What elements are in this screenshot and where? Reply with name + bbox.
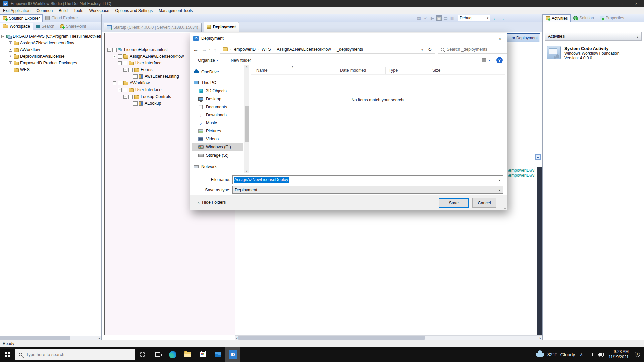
menu-options-settings[interactable]: Options and Settings [112,8,156,13]
tree-item-empowerid-product-packages[interactable]: + EmpowerID Product Packages [1,60,101,66]
tab-properties[interactable]: Properties [597,14,627,22]
dialog-close-icon[interactable]: × [493,33,507,43]
tree-item-server-root[interactable]: − DRGAUTAM-WS (C:\Program Files\TheDotNe… [1,33,101,40]
checkbox[interactable] [118,54,122,59]
expand-icon[interactable]: + [9,55,12,58]
resize-grip[interactable] [502,206,506,209]
place-storage-s[interactable]: Storage (S:) [192,151,243,159]
chevron-down-icon[interactable]: ∨ [498,188,503,192]
navigate-forward-button[interactable]: → [500,15,505,21]
hide-folders-button[interactable]: ∧ Hide Folders [197,200,226,205]
place-windows-c[interactable]: Windows (C:) [192,143,243,151]
help-icon[interactable]: ? [496,57,503,63]
tab-activities[interactable]: Activities [543,14,571,22]
navigate-back-button[interactable]: ← [493,15,498,21]
tab-search[interactable]: Search [33,23,57,30]
place-desktop[interactable]: Desktop [192,95,243,103]
network-tray-icon[interactable] [588,353,593,356]
tab-solution[interactable]: Solution [571,14,597,22]
check-icon[interactable]: ✓ [422,15,429,21]
tab-workspace[interactable]: Workspace [0,23,33,30]
scroll-left-icon[interactable]: ◂ [235,336,238,340]
scroll-right-icon[interactable]: ▸ [540,336,542,340]
cascade-windows-icon[interactable]: ▥ [449,15,456,21]
tree-item-wfs[interactable]: WFS [1,66,101,73]
column-name[interactable]: Name [256,68,267,73]
crumb-deployments[interactable]: _deployments [335,47,365,52]
expand-icon[interactable]: + [9,48,12,52]
scroll-right-icon[interactable]: ▸ [99,336,101,340]
place-downloads[interactable]: ↓Downloads [192,111,243,119]
tab-sharepoint[interactable]: SharePoint [57,23,89,30]
checkbox[interactable] [123,88,127,92]
expand-icon[interactable]: + [9,61,12,65]
place-documents[interactable]: Documents [192,103,243,111]
collapse-icon[interactable]: − [1,35,5,38]
file-explorer-button[interactable] [180,347,195,362]
views-dropdown-icon[interactable]: ▾ [489,59,490,62]
left-panel-hscrollbar[interactable]: ▸ [0,336,101,340]
menu-common[interactable]: Common [33,8,56,13]
menu-management-tools[interactable]: Management Tools [156,8,196,13]
tree-item-aworkflow[interactable]: + AWorkflow [1,46,101,53]
forward-icon[interactable]: → [202,47,207,52]
maximize-button[interactable]: □ [613,0,629,7]
empowerid-taskbar-button[interactable]: ID [225,347,240,362]
editor-vertical-scrollbar[interactable] [537,167,542,340]
column-size[interactable]: Size [432,68,440,73]
collapse-icon[interactable]: − [118,88,122,92]
activities-section-header[interactable]: Activities ∨ [545,32,642,41]
file-name-input[interactable]: AssignAZNewLicenseDeploy ∨ [232,175,503,184]
place-pictures[interactable]: Pictures [192,127,243,135]
save-button[interactable]: Save [439,198,469,208]
place-network[interactable]: Network [192,163,243,171]
checkbox[interactable] [133,74,138,79]
collapse-icon[interactable]: − [113,81,116,85]
scrollbar-thumb[interactable] [238,336,425,340]
new-window-icon[interactable]: ▤ [442,15,449,21]
collapse-icon[interactable]: − [118,61,122,65]
refresh-icon[interactable]: ↻ [425,45,435,54]
crumb-overflow-icon[interactable]: « [229,47,232,51]
cancel-button[interactable]: Cancel [472,198,496,208]
crumb-wfs[interactable]: WFS [260,47,273,52]
checkbox[interactable] [128,68,133,72]
organize-button[interactable]: Organize [198,58,215,63]
column-type[interactable]: Type [389,68,398,73]
taskbar-search-input[interactable] [26,352,120,357]
volume-icon[interactable] [598,352,604,357]
tray-overflow-icon[interactable]: ∧ [580,352,583,357]
place-onedrive[interactable]: OneDrive [192,68,243,76]
new-folder-button[interactable]: New folder [231,58,251,63]
place-3d-objects[interactable]: 3D Objects [192,87,243,95]
taskbar-search-box[interactable] [15,349,135,360]
package-for-deployment-button[interactable]: or Deployment [503,33,540,42]
tree-item-deprovisionawslicense[interactable]: + DeprovisionAwsLicense [1,53,101,60]
weather-widget[interactable]: 32°F Cloudy [536,352,575,357]
scroll-up-icon[interactable]: ∧ [244,65,249,68]
menu-build[interactable]: Build [56,8,71,13]
dialog-search-input[interactable] [447,47,497,52]
menu-tools[interactable]: Tools [71,8,86,13]
scroll-down-icon[interactable]: ∨ [244,170,249,173]
save-type-select[interactable]: Deployment ∨ [232,186,503,194]
up-icon[interactable]: ↑ [214,47,217,52]
checkbox[interactable] [112,48,117,52]
cortana-button[interactable] [135,347,150,362]
place-videos[interactable]: Videos [192,135,243,143]
scrollbar-thumb[interactable] [245,106,249,142]
minimize-button[interactable]: – [598,0,613,7]
menu-workspace[interactable]: Workspace [86,8,112,13]
chevron-down-icon[interactable]: ∨ [498,178,503,182]
sidebar-vscrollbar[interactable]: ∧ ∨ [244,65,249,173]
tab-startup[interactable]: Startup (Client: 4.0.0.0 | Server: 7.188… [104,23,202,32]
back-icon[interactable]: ← [193,47,198,52]
place-this-pc[interactable]: This PC [192,79,243,87]
close-button[interactable]: × [629,0,644,7]
editor-hscrollbar[interactable]: ◂ ▸ [235,335,542,340]
mail-button[interactable] [210,347,225,362]
action-center-button[interactable]: 1 [633,351,641,358]
dialog-search-box[interactable] [438,45,507,54]
organize-dropdown-icon[interactable]: ▾ [217,59,218,62]
views-icon[interactable] [482,58,486,62]
